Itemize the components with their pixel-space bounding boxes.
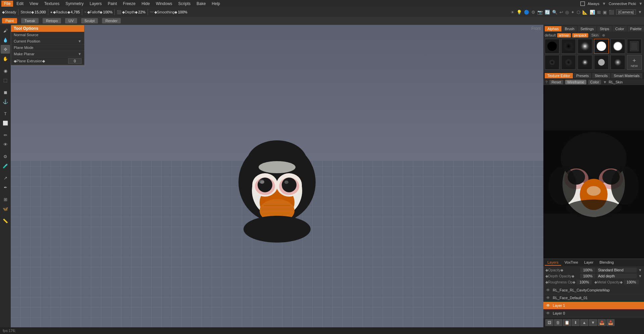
preset-skin[interactable]: Skin: [590, 33, 600, 38]
falloff-control[interactable]: ~ ◆Falloff◆ 100%: [84, 10, 112, 14]
tool-layer[interactable]: ◼: [1, 88, 10, 96]
add-depth-select[interactable]: Add depth: [597, 274, 637, 278]
layer-import-btn[interactable]: 📥: [606, 319, 614, 326]
preset-artman[interactable]: artman: [557, 33, 571, 38]
layer-row-1[interactable]: 👁 RL_Face_Default_01: [543, 294, 644, 302]
tab-layer[interactable]: Layer: [582, 260, 596, 266]
tab-sculpt[interactable]: Sculpt: [81, 18, 98, 23]
menu-layers[interactable]: Layers: [87, 1, 104, 7]
alpha-brush-8[interactable]: [561, 55, 576, 70]
texture-question[interactable]: ?: [545, 80, 547, 84]
menu-help[interactable]: Help: [209, 1, 223, 7]
tab-blending[interactable]: Blending: [597, 260, 616, 266]
tool-options-header[interactable]: Tool Options: [11, 25, 84, 32]
tool-transform[interactable]: ↗: [1, 174, 10, 182]
camera-selector[interactable]: [Camera]: [616, 9, 636, 15]
tab-brush[interactable]: Brush: [562, 26, 577, 31]
layer-eye-0[interactable]: 👁: [545, 287, 551, 293]
tool-pen[interactable]: ✒: [1, 183, 10, 192]
tab-render[interactable]: Render: [102, 18, 121, 23]
layer-eye-1[interactable]: 👁: [545, 295, 551, 300]
tab-uv[interactable]: UV: [65, 18, 77, 23]
layer-row-2[interactable]: 👁 Layer 1: [543, 302, 644, 310]
layer-add-btn[interactable]: 🖼: [545, 319, 553, 326]
menu-file[interactable]: File: [1, 1, 13, 7]
tab-smart-materials[interactable]: Smart Materials: [611, 73, 642, 78]
texture-reset[interactable]: Reset: [549, 80, 563, 84]
tab-paint[interactable]: Paint: [2, 18, 17, 23]
alpha-brush-10[interactable]: [594, 55, 609, 70]
preset-add[interactable]: ⊕: [602, 33, 605, 38]
current-position-row[interactable]: Current Position ▼: [11, 38, 84, 45]
tool-eye[interactable]: 👁: [1, 140, 10, 149]
menu-freeze[interactable]: Freeze: [120, 1, 138, 7]
tool-settings[interactable]: ⚙: [1, 152, 10, 161]
tool-butterfly[interactable]: 🦋: [1, 204, 10, 213]
blend-mode-select[interactable]: Standard Blend: [597, 268, 637, 272]
layer-delete-btn[interactable]: 🗑: [554, 319, 562, 326]
viewport[interactable]: Front: [11, 25, 543, 327]
alpha-brush-9[interactable]: [578, 55, 592, 70]
alpha-brush-3[interactable]: [578, 39, 592, 54]
tool-anchor[interactable]: ⚓: [1, 97, 10, 106]
menu-windows[interactable]: Windows: [153, 1, 175, 7]
tab-layers[interactable]: Layers: [545, 260, 561, 266]
stroke-control[interactable]: Stroke◆ 15,000: [20, 10, 46, 14]
alpha-brush-5[interactable]: [610, 39, 625, 54]
alpha-brush-11[interactable]: [610, 55, 625, 70]
tab-voxtree[interactable]: VoxTree: [562, 260, 581, 266]
alpha-brush-4[interactable]: [594, 39, 609, 54]
depth-opacity-value[interactable]: 100%: [580, 274, 595, 278]
tool-pencil[interactable]: ✏: [1, 131, 10, 139]
tab-strips[interactable]: Strips: [597, 26, 612, 31]
always-dropdown[interactable]: Always: [588, 2, 599, 6]
selection-box[interactable]: [580, 1, 585, 6]
tab-tweak[interactable]: Tweak: [21, 18, 39, 23]
layer-move-down-btn[interactable]: ▼: [589, 319, 597, 326]
tool-paint-brush[interactable]: 🖌: [1, 26, 10, 35]
new-alpha-button[interactable]: + NEW: [627, 55, 642, 70]
plane-extrusion-input[interactable]: [68, 58, 82, 64]
menu-view[interactable]: View: [27, 1, 41, 7]
tab-settings[interactable]: Settings: [578, 26, 596, 31]
alpha-brush-7[interactable]: [545, 55, 559, 70]
smoothing-control[interactable]: 〰 ◆Smoothing◆ 100%: [150, 10, 187, 14]
tool-stamp[interactable]: ⊞: [1, 195, 10, 204]
opacity-value[interactable]: 100%: [580, 268, 595, 272]
depth-control[interactable]: ⬛ ◆Depth◆ 22%: [117, 10, 145, 14]
tool-eyedropper[interactable]: 💧: [1, 36, 10, 44]
layer-move-up-btn[interactable]: ▲: [580, 319, 588, 326]
tool-ruler[interactable]: 📏: [1, 216, 10, 225]
connective-dropdown[interactable]: Connective Picki: [609, 2, 636, 6]
tab-texture-editor[interactable]: Texture Editor: [545, 73, 573, 78]
texture-wireframe[interactable]: Wireframe: [565, 80, 586, 84]
menu-bake[interactable]: Bake: [194, 1, 208, 7]
preset-penpack[interactable]: penpack: [572, 33, 588, 38]
alpha-brush-6[interactable]: [627, 39, 642, 54]
plane-extrusion-row[interactable]: ◆Plane Extrusion◆: [11, 57, 84, 65]
menu-hide[interactable]: Hide: [139, 1, 153, 7]
tool-pipette[interactable]: 🧪: [1, 161, 10, 170]
menu-paint[interactable]: Paint: [105, 1, 119, 7]
tab-retopo[interactable]: Retopo: [43, 18, 61, 23]
tool-select-obj[interactable]: ◉: [1, 66, 10, 75]
menu-symmetry[interactable]: Symmetry: [63, 1, 86, 7]
tool-text[interactable]: T: [1, 109, 10, 118]
tool-select-rect[interactable]: ⬚: [1, 76, 10, 84]
layer-merge-btn[interactable]: ⬇: [572, 319, 580, 326]
metal-value[interactable]: 100%: [624, 280, 639, 284]
alpha-brush-1[interactable]: [545, 39, 559, 54]
steady-toggle[interactable]: ◆Steady: [2, 10, 16, 14]
make-planar-row[interactable]: Make Planar ▼: [11, 51, 84, 57]
tab-stencils[interactable]: Stencils: [592, 73, 610, 78]
layer-copy-btn[interactable]: 📋: [563, 319, 571, 326]
layer-eye-2[interactable]: 👁: [545, 303, 551, 308]
radius-control[interactable]: ● ◆Radius◆ 4,785: [50, 10, 80, 14]
tool-crop[interactable]: ⬜: [1, 119, 10, 127]
tab-color[interactable]: Color: [612, 26, 627, 31]
layer-export-btn[interactable]: 📤: [598, 319, 606, 326]
texture-rl-skin[interactable]: RL_Skin: [609, 80, 623, 84]
menu-scripts[interactable]: Scripts: [175, 1, 193, 7]
tool-move[interactable]: ✥: [1, 45, 10, 54]
tab-alphas[interactable]: Alphas: [545, 26, 561, 31]
